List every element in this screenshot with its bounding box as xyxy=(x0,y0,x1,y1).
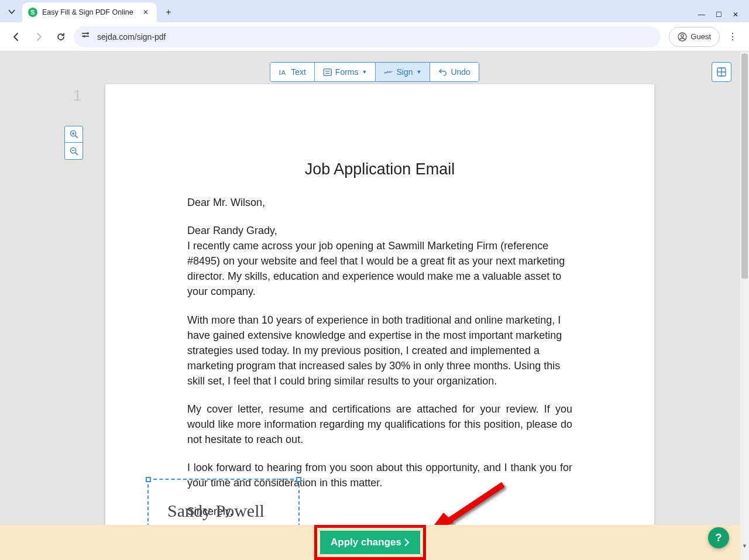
doc-para1: I recently came across your job opening … xyxy=(187,238,572,299)
close-window-button[interactable]: ✕ xyxy=(733,11,738,19)
sign-tool-label: Sign xyxy=(396,67,413,77)
zoom-in-button[interactable] xyxy=(65,126,83,143)
svg-rect-8 xyxy=(324,68,331,75)
scroll-down-icon[interactable]: ▼ xyxy=(740,543,749,551)
undo-label: Undo xyxy=(451,67,470,77)
doc-greeting2: Dear Randy Grady, xyxy=(187,223,572,238)
address-bar[interactable]: sejda.com/sign-pdf xyxy=(74,26,661,47)
editor-toolbar: IA Text Forms ▼ Sign ▼ Undo xyxy=(270,62,479,82)
doc-greeting1: Dear Mr. Wilson, xyxy=(187,195,572,210)
svg-text:I: I xyxy=(279,68,281,77)
svg-line-15 xyxy=(75,136,77,138)
sejda-favicon: S xyxy=(28,8,37,17)
url-text: sejda.com/sign-pdf xyxy=(97,32,166,42)
text-tool-label: Text xyxy=(291,67,306,77)
chevron-right-icon xyxy=(404,538,410,547)
reload-button[interactable] xyxy=(51,28,70,46)
doc-title: Job Application Email xyxy=(187,160,572,178)
back-button[interactable] xyxy=(7,28,26,46)
forward-button[interactable] xyxy=(29,28,48,46)
annotation-highlight: Apply changes xyxy=(314,525,426,560)
text-tool-button[interactable]: IA Text xyxy=(270,63,315,81)
doc-para3: My cover letter, resume and certificatio… xyxy=(187,401,572,447)
guest-label: Guest xyxy=(690,32,711,41)
close-tab-icon[interactable]: ✕ xyxy=(140,7,151,18)
chevron-down-icon: ▼ xyxy=(362,69,367,75)
resize-handle-tl[interactable] xyxy=(146,477,151,482)
doc-para2: With more than 10 years of experience in… xyxy=(187,312,572,389)
svg-point-5 xyxy=(681,34,684,37)
signature-text: Sandy Powell xyxy=(167,501,264,521)
svg-point-2 xyxy=(87,32,89,35)
sign-tool-button[interactable]: Sign ▼ xyxy=(376,63,430,81)
scroll-thumb[interactable] xyxy=(741,54,748,279)
svg-line-19 xyxy=(75,152,77,154)
help-button[interactable]: ? xyxy=(708,527,729,548)
scrollbar-corner xyxy=(740,551,749,560)
profile-button[interactable]: Guest xyxy=(669,27,720,47)
page-number: 1 xyxy=(73,87,81,105)
zoom-controls xyxy=(64,126,83,160)
tab-title: Easy Fill & Sign PDF Online xyxy=(42,8,133,16)
resize-handle-tr[interactable] xyxy=(296,477,301,482)
browser-tab[interactable]: S Easy Fill & Sign PDF Online ✕ xyxy=(22,2,157,22)
zoom-out-button[interactable] xyxy=(65,143,83,159)
minimize-button[interactable]: — xyxy=(698,11,705,19)
maximize-button[interactable]: ☐ xyxy=(716,11,722,19)
new-tab-button[interactable]: + xyxy=(160,4,177,20)
apply-bar: Apply changes xyxy=(0,525,740,560)
recent-tabs-button[interactable] xyxy=(4,4,20,20)
apply-changes-button[interactable]: Apply changes xyxy=(320,531,420,554)
undo-button[interactable]: Undo xyxy=(430,63,478,81)
layout-grid-button[interactable] xyxy=(712,62,731,82)
svg-text:A: A xyxy=(281,69,286,76)
chevron-down-icon: ▼ xyxy=(416,69,421,75)
help-icon: ? xyxy=(716,532,722,544)
site-settings-icon[interactable] xyxy=(82,32,91,42)
forms-tool-button[interactable]: Forms ▼ xyxy=(315,63,376,81)
apply-label: Apply changes xyxy=(331,537,401,548)
vertical-scrollbar[interactable]: ▲ ▼ xyxy=(740,51,749,551)
browser-menu-button[interactable]: ⋮ xyxy=(723,28,742,46)
forms-tool-label: Forms xyxy=(335,67,359,77)
svg-point-3 xyxy=(83,35,85,37)
